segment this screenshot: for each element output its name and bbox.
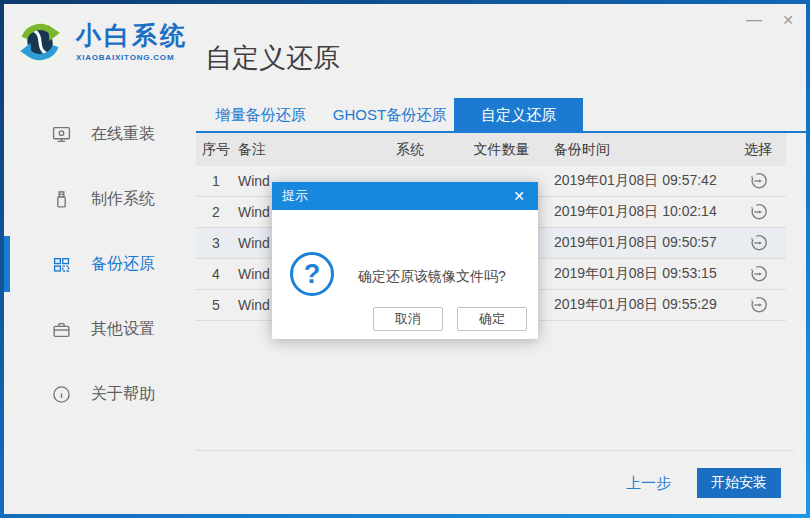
app-window-frame: — ✕ 小白系统 XIAOBAIXITONG.COM <box>0 0 810 518</box>
dialog-body: ? 确定还原该镜像文件吗? 取消 确定 <box>272 210 538 339</box>
restore-icon[interactable] <box>748 295 768 315</box>
cell-time: 2019年01月08日 10:02:14 <box>554 203 734 221</box>
cell-seq: 2 <box>196 204 236 220</box>
sidebar-item-make-system[interactable]: 制作系统 <box>4 167 190 232</box>
cell-time: 2019年01月08日 09:53:15 <box>554 265 734 283</box>
restore-icon[interactable] <box>748 233 768 253</box>
sidebar-item-label: 备份还原 <box>91 254 155 275</box>
sidebar-item-label: 其他设置 <box>91 319 155 340</box>
restore-icon[interactable] <box>748 202 768 222</box>
briefcase-icon <box>52 320 71 339</box>
dialog-buttons: 取消 确定 <box>373 307 527 331</box>
backup-squares-icon <box>52 255 71 274</box>
header-seq: 序号 <box>196 141 236 159</box>
app-logo: 小白系统 XIAOBAIXITONG.COM <box>14 16 188 68</box>
cancel-button[interactable]: 取消 <box>373 307 443 331</box>
header-remark: 备注 <box>236 141 371 159</box>
monitor-icon <box>52 125 71 144</box>
cell-time: 2019年01月08日 09:57:42 <box>554 172 734 190</box>
app-window: — ✕ 小白系统 XIAOBAIXITONG.COM <box>4 4 806 514</box>
cell-seq: 1 <box>196 173 236 189</box>
header-system: 系统 <box>371 141 449 159</box>
tab-custom-restore[interactable]: 自定义还原 <box>454 98 583 133</box>
brand-name: 小白系统 <box>76 22 188 50</box>
header-select: 选择 <box>734 141 782 159</box>
restore-icon[interactable] <box>748 264 768 284</box>
restore-icon[interactable] <box>748 171 768 191</box>
sidebar-item-other-settings[interactable]: 其他设置 <box>4 297 190 362</box>
table-header-row: 序号 备注 系统 文件数量 备份时间 选择 <box>196 133 786 166</box>
previous-step-button[interactable]: 上一步 <box>626 474 671 493</box>
usb-drive-icon <box>52 190 71 209</box>
brand-logo-icon <box>14 16 66 68</box>
sidebar: 在线重装 制作系统 <box>4 102 190 427</box>
cell-seq: 4 <box>196 266 236 282</box>
sidebar-item-label: 制作系统 <box>91 189 155 210</box>
ok-button[interactable]: 确定 <box>457 307 527 331</box>
header-file-count: 文件数量 <box>449 141 554 159</box>
header-backup-time: 备份时间 <box>554 141 734 159</box>
info-icon <box>52 385 71 404</box>
sidebar-item-label: 关于帮助 <box>91 384 155 405</box>
sidebar-item-online-reinstall[interactable]: 在线重装 <box>4 102 190 167</box>
cell-time: 2019年01月08日 09:50:57 <box>554 234 734 252</box>
cell-seq: 5 <box>196 297 236 313</box>
dialog-close-icon[interactable]: ✕ <box>510 188 528 204</box>
footer-divider <box>196 450 794 451</box>
question-mark-icon: ? <box>290 252 334 296</box>
cell-seq: 3 <box>196 235 236 251</box>
tab-incremental-backup-restore[interactable]: 增量备份还原 <box>196 98 325 133</box>
brand-text: 小白系统 XIAOBAIXITONG.COM <box>76 22 188 62</box>
sidebar-item-about-help[interactable]: 关于帮助 <box>4 362 190 427</box>
tab-bar: 增量备份还原 GHOST备份还原 自定义还原 <box>196 98 583 133</box>
cell-time: 2019年01月08日 09:55:29 <box>554 296 734 314</box>
page-title: 自定义还原 <box>205 40 340 76</box>
dialog-titlebar: 提示 ✕ <box>272 182 538 210</box>
confirm-dialog: 提示 ✕ ? 确定还原该镜像文件吗? 取消 确定 <box>272 182 538 339</box>
minimize-icon[interactable]: — <box>744 10 764 30</box>
tab-ghost-backup-restore[interactable]: GHOST备份还原 <box>325 98 454 133</box>
brand-domain: XIAOBAIXITONG.COM <box>76 53 188 62</box>
window-controls: — ✕ <box>744 10 798 30</box>
sidebar-item-backup-restore[interactable]: 备份还原 <box>4 232 190 297</box>
dialog-message: 确定还原该镜像文件吗? <box>358 268 506 286</box>
dialog-title: 提示 <box>282 187 308 205</box>
sidebar-item-label: 在线重装 <box>91 124 155 145</box>
start-install-button[interactable]: 开始安装 <box>697 468 781 498</box>
close-icon[interactable]: ✕ <box>778 10 798 30</box>
